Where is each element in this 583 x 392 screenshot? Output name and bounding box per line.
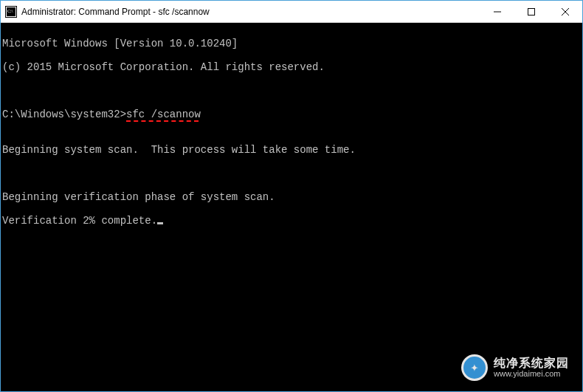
window-title: Administrator: Command Prompt - sfc /sca…: [21, 7, 480, 17]
command-prompt-window: C:\ Administrator: Command Prompt - sfc …: [0, 0, 583, 392]
watermark: ✦ 纯净系统家园 www.yidaimei.com: [461, 354, 569, 381]
typed-command: sfc /scannow: [126, 109, 201, 120]
prompt-text: C:\Windows\system32>: [2, 109, 126, 120]
console-line: Beginning system scan. This process will…: [2, 144, 581, 156]
verification-progress-line: Verification 2% complete.: [2, 215, 581, 227]
console-line: (c) 2015 Microsoft Corporation. All righ…: [2, 61, 581, 73]
console-line: Microsoft Windows [Version 10.0.10240]: [2, 38, 581, 49]
svg-text:C:\: C:\: [7, 9, 13, 13]
cmd-icon: C:\: [5, 6, 17, 18]
watermark-logo-icon: ✦: [461, 354, 488, 381]
console-line: Beginning verification phase of system s…: [2, 191, 581, 203]
minimize-button[interactable]: [480, 1, 514, 23]
prompt-line: C:\Windows\system32>sfc /scannow: [2, 109, 201, 120]
text-cursor: [157, 222, 163, 224]
titlebar[interactable]: C:\ Administrator: Command Prompt - sfc …: [1, 1, 582, 23]
console-line: [2, 120, 581, 132]
verify-percent: 2%: [83, 215, 95, 227]
watermark-url: www.yidaimei.com: [494, 370, 569, 378]
console-line: [2, 168, 581, 179]
close-button[interactable]: [548, 1, 582, 23]
watermark-name: 纯净系统家园: [494, 358, 569, 370]
red-underline-annotation: [126, 120, 199, 122]
svg-rect-5: [528, 9, 535, 16]
maximize-button[interactable]: [514, 1, 548, 23]
window-controls: [480, 1, 582, 22]
console-line: [2, 85, 581, 97]
console-area[interactable]: Microsoft Windows [Version 10.0.10240] (…: [1, 23, 582, 391]
